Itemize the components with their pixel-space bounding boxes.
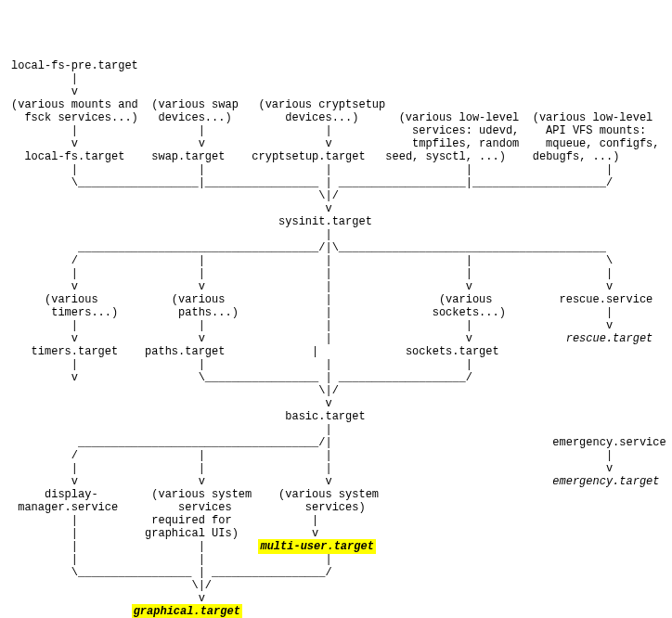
node-emergency-svc: emergency.service [552,436,666,449]
systemd-bootup-diagram: local-fs-pre.target | v (various mounts … [11,59,661,618]
node-graphical: graphical.target [132,604,242,618]
node-multi-user: multi-user.target [258,539,375,554]
node-paths: paths.target [145,345,225,358]
node-rescue-svc: rescue.service [560,293,653,306]
node-sysinit: sysinit.target [278,215,372,228]
node-emergency: emergency.target [552,475,659,488]
node-basic: basic.target [285,410,365,423]
node-cryptsetup: cryptsetup.target [252,150,365,163]
node-sockets: sockets.target [406,345,499,358]
node-local-fs-pre: local-fs-pre.target [11,59,138,72]
node-timers: timers.target [32,345,119,358]
node-rescue: rescue.target [566,332,653,345]
node-local-fs: local-fs.target [24,150,124,163]
node-swap: swap.target [151,150,225,163]
